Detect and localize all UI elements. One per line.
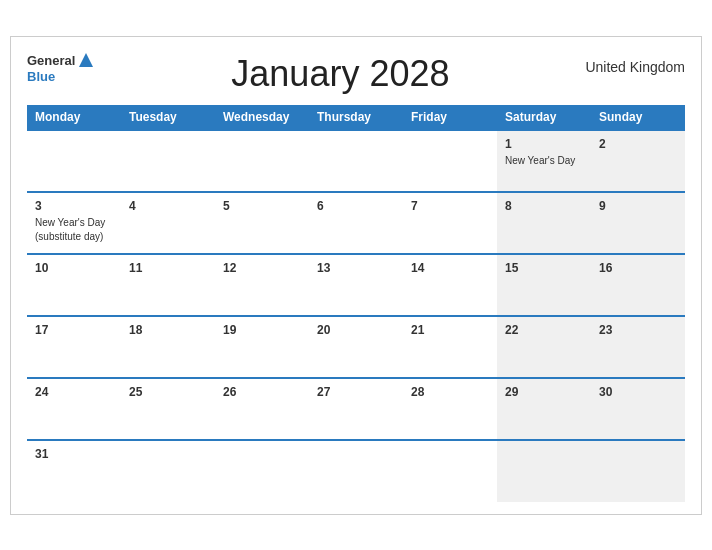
day-cell: 20 (309, 316, 403, 378)
day-number: 29 (505, 385, 583, 399)
day-number: 20 (317, 323, 395, 337)
day-cell: 21 (403, 316, 497, 378)
logo-blue-text: Blue (27, 70, 95, 83)
day-cell: 19 (215, 316, 309, 378)
day-number: 16 (599, 261, 677, 275)
day-cell (497, 440, 591, 502)
day-number: 3 (35, 199, 113, 213)
day-number: 12 (223, 261, 301, 275)
day-cell: 10 (27, 254, 121, 316)
day-number: 15 (505, 261, 583, 275)
day-cell (121, 130, 215, 192)
day-cell: 14 (403, 254, 497, 316)
day-number: 25 (129, 385, 207, 399)
day-cell: 17 (27, 316, 121, 378)
day-cell (309, 130, 403, 192)
weekday-header-saturday: Saturday (497, 105, 591, 130)
day-number: 18 (129, 323, 207, 337)
day-number: 6 (317, 199, 395, 213)
day-number: 17 (35, 323, 113, 337)
country-label: United Kingdom (585, 59, 685, 75)
day-cell (591, 440, 685, 502)
day-number: 26 (223, 385, 301, 399)
weekday-header-thursday: Thursday (309, 105, 403, 130)
day-cell (121, 440, 215, 502)
day-cell: 11 (121, 254, 215, 316)
day-cell: 22 (497, 316, 591, 378)
day-cell (403, 440, 497, 502)
calendar-table: MondayTuesdayWednesdayThursdayFridaySatu… (27, 105, 685, 502)
day-cell: 25 (121, 378, 215, 440)
day-number: 7 (411, 199, 489, 213)
day-cell: 13 (309, 254, 403, 316)
day-cell: 27 (309, 378, 403, 440)
logo-icon (77, 51, 95, 69)
day-cell: 6 (309, 192, 403, 254)
day-number: 23 (599, 323, 677, 337)
day-cell (215, 440, 309, 502)
day-cell (27, 130, 121, 192)
day-number: 27 (317, 385, 395, 399)
week-row-3: 10111213141516 (27, 254, 685, 316)
day-number: 28 (411, 385, 489, 399)
logo-general-text: General (27, 54, 75, 67)
day-cell: 18 (121, 316, 215, 378)
day-number: 9 (599, 199, 677, 213)
day-cell: 30 (591, 378, 685, 440)
day-cell: 4 (121, 192, 215, 254)
day-number: 5 (223, 199, 301, 213)
day-number: 8 (505, 199, 583, 213)
day-number: 2 (599, 137, 677, 151)
day-cell: 7 (403, 192, 497, 254)
day-cell: 8 (497, 192, 591, 254)
weekday-header-sunday: Sunday (591, 105, 685, 130)
day-cell: 29 (497, 378, 591, 440)
week-row-5: 24252627282930 (27, 378, 685, 440)
logo: General Blue (27, 53, 95, 83)
day-cell: 9 (591, 192, 685, 254)
week-row-2: 3New Year's Day(substitute day)456789 (27, 192, 685, 254)
day-cell: 1New Year's Day (497, 130, 591, 192)
day-number: 14 (411, 261, 489, 275)
weekday-header-friday: Friday (403, 105, 497, 130)
day-number: 21 (411, 323, 489, 337)
day-cell (309, 440, 403, 502)
day-number: 22 (505, 323, 583, 337)
day-number: 30 (599, 385, 677, 399)
day-cell: 15 (497, 254, 591, 316)
calendar-container: General Blue January 2028 United Kingdom… (10, 36, 702, 515)
day-number: 4 (129, 199, 207, 213)
day-cell (215, 130, 309, 192)
day-cell: 28 (403, 378, 497, 440)
day-cell: 2 (591, 130, 685, 192)
day-cell: 23 (591, 316, 685, 378)
weekday-header-row: MondayTuesdayWednesdayThursdayFridaySatu… (27, 105, 685, 130)
day-cell: 24 (27, 378, 121, 440)
weekday-header-monday: Monday (27, 105, 121, 130)
day-number: 10 (35, 261, 113, 275)
day-number: 19 (223, 323, 301, 337)
holiday-label: New Year's Day(substitute day) (35, 217, 105, 242)
day-cell: 12 (215, 254, 309, 316)
week-row-4: 17181920212223 (27, 316, 685, 378)
day-number: 1 (505, 137, 583, 151)
day-cell: 26 (215, 378, 309, 440)
calendar-title: January 2028 (95, 53, 585, 95)
holiday-label: New Year's Day (505, 155, 575, 166)
day-cell: 3New Year's Day(substitute day) (27, 192, 121, 254)
calendar-header: General Blue January 2028 United Kingdom (27, 53, 685, 95)
day-number: 24 (35, 385, 113, 399)
day-cell: 31 (27, 440, 121, 502)
svg-marker-0 (79, 53, 93, 67)
day-number: 13 (317, 261, 395, 275)
day-cell: 5 (215, 192, 309, 254)
day-number: 11 (129, 261, 207, 275)
week-row-6: 31 (27, 440, 685, 502)
day-cell (403, 130, 497, 192)
weekday-header-wednesday: Wednesday (215, 105, 309, 130)
day-cell: 16 (591, 254, 685, 316)
week-row-1: 1New Year's Day2 (27, 130, 685, 192)
day-number: 31 (35, 447, 113, 461)
weekday-header-tuesday: Tuesday (121, 105, 215, 130)
